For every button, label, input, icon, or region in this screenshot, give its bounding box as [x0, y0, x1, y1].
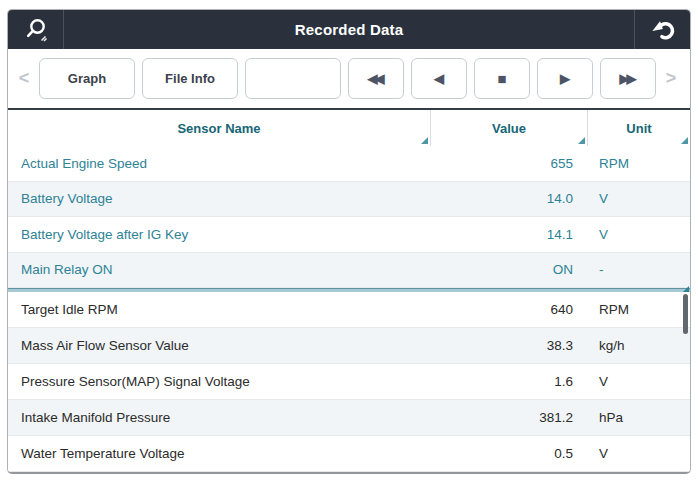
sensor-name-cell: Main Relay ON — [8, 262, 430, 277]
sensor-value-cell: 0.5 — [430, 446, 587, 461]
sensor-unit-cell: V — [587, 446, 690, 461]
pinned-rows-section: Actual Engine Speed 655 RPM Battery Volt… — [8, 146, 690, 288]
toolbar: < Graph File Info ◀◀ ◀ ■ ▶ ▶▶ > — [8, 49, 690, 110]
column-header-unit[interactable]: Unit — [587, 110, 690, 146]
step-back-button[interactable]: ◀ — [411, 58, 467, 99]
sensor-name-cell: Intake Manifold Pressure — [8, 410, 430, 425]
step-back-icon: ◀ — [434, 71, 444, 86]
sensor-name-cell: Battery Voltage — [8, 191, 430, 206]
column-resize-handle-icon[interactable] — [681, 137, 688, 144]
table-row[interactable]: Intake Manifold Pressure 381.2 hPa — [8, 400, 690, 436]
sensor-name-cell: Actual Engine Speed — [8, 156, 430, 171]
recorded-data-screen: Recorded Data < Graph File Info ◀◀ ◀ ■ ▶… — [0, 0, 698, 487]
sensor-value-cell: 14.1 — [430, 227, 587, 242]
fast-forward-button[interactable]: ▶▶ — [600, 58, 656, 99]
toolbar-scroll-right[interactable]: > — [663, 68, 679, 89]
sensor-name-cell: Pressure Sensor(MAP) Signal Voltage — [8, 374, 430, 389]
empty-button[interactable] — [245, 58, 341, 99]
sensor-unit-cell: RPM — [587, 302, 690, 317]
back-button[interactable] — [634, 10, 690, 49]
table-row[interactable]: Main Relay ON ON - — [8, 253, 690, 289]
play-icon: ▶ — [560, 71, 570, 86]
sensor-value-cell: 381.2 — [430, 410, 587, 425]
graph-button[interactable]: Graph — [39, 58, 135, 99]
sensor-unit-cell: V — [587, 374, 690, 389]
table-row[interactable]: Battery Voltage 14.0 V — [8, 182, 690, 218]
sensor-unit-cell: RPM — [587, 156, 690, 171]
rewind-button[interactable]: ◀◀ — [348, 58, 404, 99]
sensor-name-cell: Mass Air Flow Sensor Value — [8, 338, 430, 353]
scrollbar-thumb[interactable] — [683, 294, 688, 334]
toolbar-scroll-left[interactable]: < — [16, 68, 32, 89]
sensor-unit-cell: hPa — [587, 410, 690, 425]
sensor-name-cell: Water Temperature Voltage — [8, 446, 430, 461]
file-info-button[interactable]: File Info — [142, 58, 238, 99]
page-title: Recorded Data — [64, 10, 634, 49]
table-row[interactable]: Actual Engine Speed 655 RPM — [8, 146, 690, 182]
column-resize-handle-icon[interactable] — [421, 137, 428, 144]
table-header: Sensor Name Value Unit — [8, 110, 690, 146]
table-row[interactable]: Target Idle RPM 640 RPM — [8, 292, 690, 328]
search-button[interactable] — [8, 10, 64, 49]
stop-button[interactable]: ■ — [474, 58, 530, 99]
sensor-unit-cell: - — [587, 262, 690, 277]
sensor-value-cell: 14.0 — [430, 191, 587, 206]
table-row[interactable]: Mass Air Flow Sensor Value 38.3 kg/h — [8, 328, 690, 364]
table-row[interactable]: Pressure Sensor(MAP) Signal Voltage 1.6 … — [8, 364, 690, 400]
fast-forward-icon: ▶▶ — [620, 71, 634, 86]
sensor-value-cell: 1.6 — [430, 374, 587, 389]
column-header-value[interactable]: Value — [430, 110, 587, 146]
app-window: Recorded Data < Graph File Info ◀◀ ◀ ■ ▶… — [7, 9, 691, 474]
sensor-unit-cell: kg/h — [587, 338, 690, 353]
return-arrow-icon — [649, 16, 676, 43]
column-header-sensor-name[interactable]: Sensor Name — [8, 110, 430, 146]
sensor-value-cell: 655 — [430, 156, 587, 171]
sensor-name-cell: Battery Voltage after IG Key — [8, 227, 430, 242]
title-bar: Recorded Data — [8, 10, 690, 49]
play-button[interactable]: ▶ — [537, 58, 593, 99]
column-resize-handle-icon[interactable] — [578, 137, 585, 144]
sensor-unit-cell: V — [587, 227, 690, 242]
scrollable-rows-section: Target Idle RPM 640 RPM Mass Air Flow Se… — [8, 292, 690, 472]
sensor-value-cell: ON — [430, 262, 587, 277]
stop-icon: ■ — [497, 70, 506, 87]
table-row[interactable]: Battery Voltage after IG Key 14.1 V — [8, 217, 690, 253]
sensor-value-cell: 38.3 — [430, 338, 587, 353]
rewind-icon: ◀◀ — [368, 71, 382, 86]
sensor-unit-cell: V — [587, 191, 690, 206]
sensor-value-cell: 640 — [430, 302, 587, 317]
magnifier-icon — [21, 15, 51, 45]
sensor-name-cell: Target Idle RPM — [8, 302, 430, 317]
table-row[interactable]: Water Temperature Voltage 0.5 V — [8, 436, 690, 472]
